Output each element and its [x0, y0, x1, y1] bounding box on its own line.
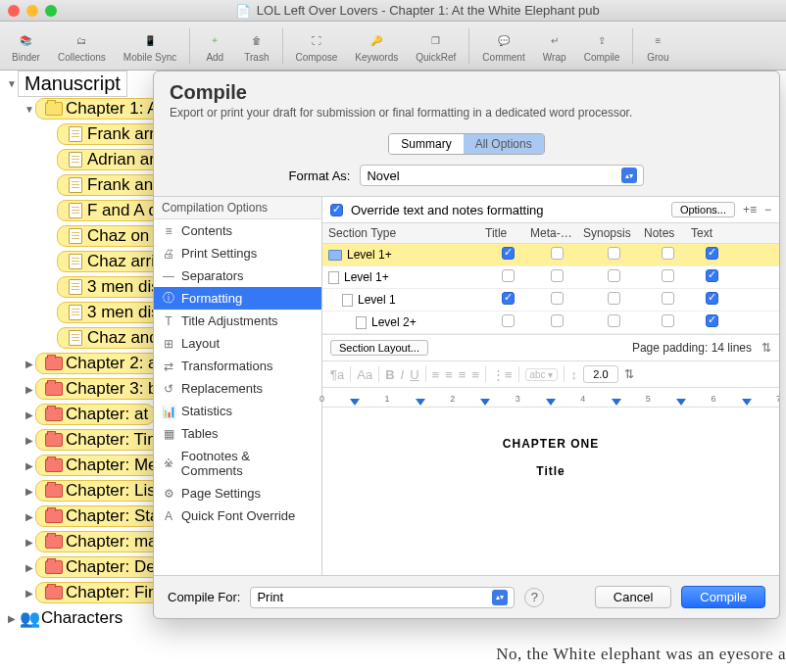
- disclosure-triangle-icon[interactable]: ▶: [24, 460, 35, 471]
- checkbox[interactable]: [608, 269, 620, 282]
- checkbox[interactable]: [662, 314, 674, 327]
- disclosure-triangle-icon[interactable]: ▶: [24, 537, 35, 548]
- option-statistics[interactable]: 📊Statistics: [154, 400, 321, 422]
- checkbox[interactable]: [551, 247, 564, 260]
- collections-button[interactable]: 🗂Collections: [50, 26, 114, 65]
- chapter-folder[interactable]: Chapter: De: [35, 556, 163, 578]
- stepper-icon[interactable]: ⇅: [761, 341, 771, 355]
- option-title-adjustments[interactable]: TTitle Adjustments: [154, 310, 321, 332]
- quickref-button[interactable]: ❐QuickRef: [408, 26, 464, 65]
- chapter-folder[interactable]: Chapter: at: [35, 404, 155, 425]
- checkbox[interactable]: [706, 292, 718, 305]
- document-item[interactable]: 3 men dis: [57, 302, 167, 323]
- align-left-icon[interactable]: ≡: [432, 367, 440, 382]
- tab-all-options[interactable]: All Options: [464, 134, 544, 154]
- checkbox[interactable]: [608, 314, 620, 327]
- disclosure-triangle-icon[interactable]: ▶: [24, 588, 35, 599]
- disclosure-triangle-icon[interactable]: ▶: [24, 359, 35, 369]
- text-style-dropdown[interactable]: abc ▾: [525, 368, 559, 381]
- window-zoom-icon[interactable]: [45, 5, 57, 17]
- italic-button[interactable]: I: [401, 367, 405, 382]
- pilcrow-icon[interactable]: ¶a: [330, 367, 344, 382]
- compile-button[interactable]: Compile: [681, 586, 765, 608]
- document-item[interactable]: F and A di: [57, 200, 169, 221]
- chapter-folder[interactable]: Chapter: ma: [35, 531, 165, 552]
- override-checkbox[interactable]: [330, 204, 343, 216]
- checkbox[interactable]: [502, 247, 515, 260]
- checkbox[interactable]: [706, 247, 718, 260]
- line-spacing-icon[interactable]: ↕: [570, 367, 577, 382]
- option-print-settings[interactable]: 🖨Print Settings: [154, 242, 321, 264]
- font-family-picker[interactable]: Aa: [357, 367, 372, 382]
- chapter-folder[interactable]: Chapter: Lis: [35, 480, 163, 502]
- checkbox[interactable]: [551, 314, 564, 327]
- document-item[interactable]: 3 men dis: [57, 276, 167, 298]
- option-formatting[interactable]: ⓘFormatting: [154, 287, 321, 310]
- line-spacing-stepper-icon[interactable]: ⇅: [624, 367, 634, 381]
- disclosure-triangle-icon[interactable]: ▼: [24, 104, 35, 115]
- checkbox[interactable]: [551, 292, 564, 305]
- option-layout[interactable]: ⊞Layout: [154, 332, 321, 355]
- window-minimize-icon[interactable]: [26, 5, 38, 17]
- disclosure-triangle-icon[interactable]: ▶: [24, 562, 35, 573]
- checkbox[interactable]: [608, 292, 620, 305]
- chapter-folder[interactable]: Chapter 3: b: [35, 378, 165, 400]
- characters-folder[interactable]: 👥Characters: [18, 608, 123, 628]
- list-icon[interactable]: ⋮≡: [492, 367, 513, 382]
- checkbox[interactable]: [662, 269, 674, 282]
- table-row[interactable]: Level 1+: [322, 266, 779, 289]
- option-page-settings[interactable]: ⚙Page Settings: [154, 482, 321, 504]
- checkbox[interactable]: [706, 314, 718, 327]
- compile-toolbar-button[interactable]: ⇪Compile: [576, 26, 628, 65]
- format-as-dropdown[interactable]: Novel ▴▾: [360, 165, 644, 186]
- mobile-sync-button[interactable]: 📱Mobile Sync: [116, 26, 184, 65]
- disclosure-triangle-icon[interactable]: ▶: [24, 384, 35, 395]
- line-spacing-input[interactable]: [583, 365, 618, 383]
- chapter-folder[interactable]: Chapter: Sta: [35, 505, 166, 527]
- option-contents[interactable]: ≡Contents: [154, 219, 321, 242]
- manuscript-item[interactable]: Manuscript: [18, 71, 127, 97]
- window-close-icon[interactable]: [8, 5, 20, 17]
- checkbox[interactable]: [706, 269, 718, 282]
- checkbox[interactable]: [662, 247, 674, 260]
- trash-button[interactable]: 🗑Trash: [236, 26, 276, 65]
- add-row-icon[interactable]: +≡: [743, 203, 757, 216]
- align-center-icon[interactable]: ≡: [445, 367, 453, 382]
- comment-button[interactable]: 💬Comment: [474, 26, 532, 65]
- keywords-button[interactable]: 🔑Keywords: [347, 26, 406, 65]
- checkbox[interactable]: [502, 314, 515, 327]
- tab-summary[interactable]: Summary: [389, 134, 463, 154]
- compose-button[interactable]: ⛶Compose: [288, 26, 346, 65]
- align-right-icon[interactable]: ≡: [459, 367, 467, 382]
- chapter-folder[interactable]: Chapter: Tim: [35, 429, 168, 451]
- add-button[interactable]: ＋Add: [195, 26, 234, 65]
- bold-button[interactable]: B: [385, 367, 394, 382]
- checkbox[interactable]: [502, 292, 515, 305]
- remove-row-icon[interactable]: −: [764, 203, 771, 216]
- compile-for-dropdown[interactable]: Print ▴▾: [250, 587, 515, 608]
- table-row[interactable]: Level 2+: [322, 312, 779, 334]
- table-row[interactable]: Level 1+: [322, 244, 779, 266]
- table-row[interactable]: Level 1: [322, 289, 779, 312]
- align-justify-icon[interactable]: ≡: [471, 367, 479, 382]
- binder-button[interactable]: 📚Binder: [4, 26, 48, 65]
- checkbox[interactable]: [608, 247, 620, 260]
- option-transformations[interactable]: ⇄Transformations: [154, 355, 321, 377]
- ruler[interactable]: 01234567: [322, 388, 779, 408]
- chapter-folder[interactable]: Chapter: Me: [35, 455, 165, 476]
- option-tables[interactable]: ▦Tables: [154, 422, 321, 445]
- disclosure-triangle-icon[interactable]: ▶: [24, 486, 35, 497]
- option-quick-font-override[interactable]: AQuick Font Override: [154, 504, 321, 527]
- checkbox[interactable]: [662, 292, 674, 305]
- disclosure-triangle-icon[interactable]: ▶: [24, 409, 35, 420]
- option-replacements[interactable]: ↺Replacements: [154, 377, 321, 400]
- group-button[interactable]: ≡Grou: [638, 26, 677, 65]
- option-separators[interactable]: —Separators: [154, 264, 321, 287]
- underline-button[interactable]: U: [410, 367, 418, 382]
- section-layout-button[interactable]: Section Layout...: [330, 340, 428, 356]
- disclosure-triangle-icon[interactable]: ▶: [24, 435, 35, 446]
- wrap-button[interactable]: ↵Wrap: [535, 26, 574, 65]
- disclosure-triangle-icon[interactable]: ▼: [6, 78, 18, 89]
- options-button[interactable]: Options...: [671, 202, 735, 217]
- chapter-folder[interactable]: Chapter 1: A: [35, 98, 166, 120]
